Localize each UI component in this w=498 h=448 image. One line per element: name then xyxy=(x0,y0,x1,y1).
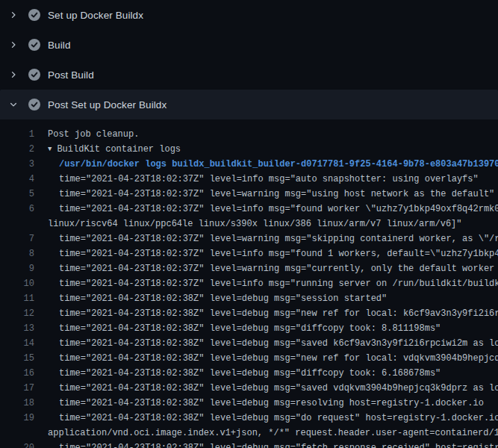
line-number[interactable]: 17 xyxy=(0,381,34,396)
log-line-text: time="2021-04-23T18:02:38Z" level=debug … xyxy=(59,396,484,411)
step-row-build[interactable]: Build xyxy=(0,30,498,60)
line-number xyxy=(0,426,34,441)
step-row-post-build[interactable]: Post Build xyxy=(0,60,498,90)
line-number[interactable]: 1 xyxy=(0,127,34,142)
line-number[interactable]: 8 xyxy=(0,246,34,261)
log-line-text: time="2021-04-23T18:02:38Z" level=debug … xyxy=(59,381,498,396)
line-number[interactable]: 11 xyxy=(0,291,34,306)
log-row: 11time="2021-04-23T18:02:38Z" level=debu… xyxy=(0,291,498,306)
chevron-right-icon xyxy=(7,9,19,21)
log-line-text: time="2021-04-23T18:02:38Z" level=debug … xyxy=(59,291,387,306)
log-row: 19time="2021-04-23T18:02:38Z" level=debu… xyxy=(0,411,498,426)
log-row: 14time="2021-04-23T18:02:38Z" level=debu… xyxy=(0,336,498,351)
line-number[interactable]: 13 xyxy=(0,321,34,336)
log-line-text: time="2021-04-23T18:02:37Z" level=info m… xyxy=(59,172,479,187)
check-circle-icon xyxy=(28,69,40,81)
log-command-row: 3/usr/bin/docker logs buildx_buildkit_bu… xyxy=(0,157,498,172)
log-row: 17time="2021-04-23T18:02:38Z" level=debu… xyxy=(0,381,498,396)
line-number[interactable]: 10 xyxy=(0,276,34,291)
log-line-text: time="2021-04-23T18:02:38Z" level=debug … xyxy=(59,351,498,366)
check-circle-icon xyxy=(28,9,40,21)
log-row: 20time="2021-04-23T18:02:38Z" level=debu… xyxy=(0,441,498,448)
log-row: 1Post job cleanup. xyxy=(0,127,498,142)
log-row: 4time="2021-04-23T18:02:37Z" level=info … xyxy=(0,172,498,187)
line-number[interactable]: 20 xyxy=(0,441,34,448)
log-line-text: application/vnd.oci.image.index.v1+json,… xyxy=(48,426,498,441)
line-number[interactable]: 3 xyxy=(0,157,34,172)
line-number[interactable]: 15 xyxy=(0,351,34,366)
line-number[interactable]: 9 xyxy=(0,261,34,276)
log-area: 1Post job cleanup.2▼BuildKit container l… xyxy=(0,119,498,448)
line-number[interactable]: 6 xyxy=(0,202,34,217)
step-label: Build xyxy=(48,40,71,51)
log-line-text: time="2021-04-23T18:02:37Z" level=warnin… xyxy=(59,261,498,276)
chevron-right-icon xyxy=(7,69,19,81)
line-number[interactable]: 16 xyxy=(0,366,34,381)
log-line-text: time="2021-04-23T18:02:37Z" level=warnin… xyxy=(59,187,494,202)
step-label: Post Build xyxy=(48,69,94,81)
log-wrap-row: application/vnd.oci.image.index.v1+json,… xyxy=(0,426,498,441)
step-label: Set up Docker Buildx xyxy=(48,10,143,21)
log-line-text: time="2021-04-23T18:02:37Z" level=info m… xyxy=(59,246,498,261)
log-line-text: time="2021-04-23T18:02:38Z" level=debug … xyxy=(59,441,498,448)
log-group-label[interactable]: ▼BuildKit container logs xyxy=(48,142,181,157)
log-group-row: 2▼BuildKit container logs xyxy=(0,142,498,157)
line-number[interactable]: 5 xyxy=(0,187,34,202)
log-row: 10time="2021-04-23T18:02:37Z" level=info… xyxy=(0,276,498,291)
log-row: 6time="2021-04-23T18:02:37Z" level=info … xyxy=(0,202,498,217)
log-row: 13time="2021-04-23T18:02:38Z" level=debu… xyxy=(0,321,498,336)
log-group-title: BuildKit container logs xyxy=(57,144,181,155)
log-line-text: time="2021-04-23T18:02:37Z" level=warnin… xyxy=(59,231,498,246)
actions-log-panel: Set up Docker BuildxBuildPost BuildPost … xyxy=(0,0,498,448)
log-row: 15time="2021-04-23T18:02:38Z" level=debu… xyxy=(0,351,498,366)
line-number xyxy=(0,217,34,231)
step-row-post-set-up-docker-buildx[interactable]: Post Set up Docker Buildx xyxy=(0,90,498,119)
log-wrap-row: linux/riscv64 linux/ppc64le linux/s390x … xyxy=(0,217,498,231)
check-circle-icon xyxy=(28,99,40,111)
line-number[interactable]: 19 xyxy=(0,411,34,426)
group-expanded-triangle-icon: ▼ xyxy=(48,142,52,157)
log-row: 5time="2021-04-23T18:02:37Z" level=warni… xyxy=(0,187,498,202)
log-line-text: linux/riscv64 linux/ppc64le linux/s390x … xyxy=(48,217,462,231)
log-line-text: Post job cleanup. xyxy=(48,127,139,142)
line-number[interactable]: 12 xyxy=(0,306,34,321)
log-row: 12time="2021-04-23T18:02:38Z" level=debu… xyxy=(0,306,498,321)
log-line-text: time="2021-04-23T18:02:38Z" level=debug … xyxy=(59,306,498,321)
log-line-text: time="2021-04-23T18:02:38Z" level=debug … xyxy=(59,411,498,426)
log-line-text: time="2021-04-23T18:02:38Z" level=debug … xyxy=(59,336,498,351)
line-number[interactable]: 18 xyxy=(0,396,34,411)
log-row: 9time="2021-04-23T18:02:37Z" level=warni… xyxy=(0,261,498,276)
log-row: 8time="2021-04-23T18:02:37Z" level=info … xyxy=(0,246,498,261)
log-line-text: time="2021-04-23T18:02:37Z" level=info m… xyxy=(59,276,498,291)
log-line-text: /usr/bin/docker logs buildx_buildkit_bui… xyxy=(59,157,498,172)
chevron-right-icon xyxy=(7,39,19,51)
chevron-down-icon xyxy=(7,99,19,111)
line-number[interactable]: 4 xyxy=(0,172,34,187)
log-row: 18time="2021-04-23T18:02:38Z" level=debu… xyxy=(0,396,498,411)
log-line-text: time="2021-04-23T18:02:37Z" level=info m… xyxy=(59,202,498,217)
log-row: 7time="2021-04-23T18:02:37Z" level=warni… xyxy=(0,231,498,246)
check-circle-icon xyxy=(28,39,40,51)
log-line-text: time="2021-04-23T18:02:38Z" level=debug … xyxy=(59,366,441,381)
step-label: Post Set up Docker Buildx xyxy=(48,99,166,111)
line-number[interactable]: 2 xyxy=(0,142,34,157)
step-row-set-up-docker-buildx[interactable]: Set up Docker Buildx xyxy=(0,0,498,30)
line-number[interactable]: 7 xyxy=(0,231,34,246)
line-number[interactable]: 14 xyxy=(0,336,34,351)
steps-list: Set up Docker BuildxBuildPost BuildPost … xyxy=(0,0,498,119)
log-line-text: time="2021-04-23T18:02:38Z" level=debug … xyxy=(59,321,441,336)
log-row: 16time="2021-04-23T18:02:38Z" level=debu… xyxy=(0,366,498,381)
